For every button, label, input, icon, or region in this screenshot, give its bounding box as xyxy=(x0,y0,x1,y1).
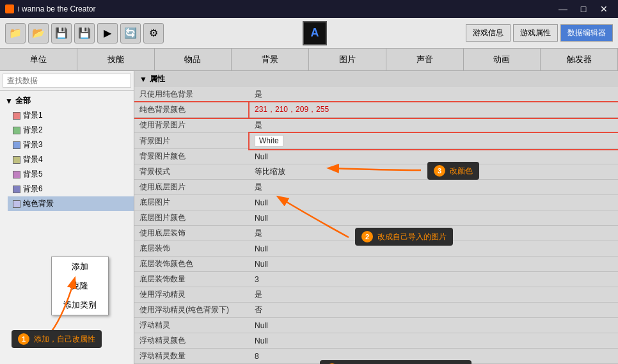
search-box xyxy=(0,71,134,91)
prop-value[interactable]: Null xyxy=(250,333,618,349)
tree-item-bg3[interactable]: 背景3 xyxy=(8,138,134,152)
prop-key: 使用底层图片 xyxy=(134,180,250,195)
table-row[interactable]: 纯色背景颜色231，210，209，255 xyxy=(134,102,618,118)
color-indicator-pure-bg xyxy=(13,200,20,208)
toolbar-save[interactable]: 💾 xyxy=(51,23,72,44)
prop-value[interactable]: 否 xyxy=(250,303,618,318)
prop-key: 使用浮动精灵 xyxy=(134,287,250,303)
prop-value[interactable]: Null xyxy=(250,257,618,272)
tree-item-bg6[interactable]: 背景6 xyxy=(8,182,134,196)
tree-area: ▼ 全部 背景1 背景2 背景3 背景4 xyxy=(0,91,134,364)
maximize-button[interactable]: □ xyxy=(574,3,592,15)
prop-value[interactable]: White xyxy=(250,133,618,149)
table-row[interactable]: 浮动精灵Null xyxy=(134,318,618,333)
color-indicator-bg2 xyxy=(13,127,20,134)
table-row[interactable]: 底层装饰颜色色Null xyxy=(134,257,618,272)
tree-item-bg1[interactable]: 背景1 xyxy=(8,108,134,123)
tab-trigger[interactable]: 触发器 xyxy=(541,49,618,70)
toolbar-open[interactable]: 📂 xyxy=(28,23,49,44)
table-row[interactable]: 底层装饰数量3 xyxy=(134,272,618,287)
toolbar-refresh[interactable]: 🔄 xyxy=(120,23,141,44)
props-panel: ▼ 属性 只使用纯色背景是纯色背景颜色231，210，209，255使用背景图片… xyxy=(134,71,618,364)
close-button[interactable]: ✕ xyxy=(595,3,613,15)
sidebar: ▼ 全部 背景1 背景2 背景3 背景4 xyxy=(0,71,134,364)
tab-item[interactable]: 物品 xyxy=(155,49,232,70)
annotation-circle-2: 2 xyxy=(361,231,373,242)
prop-value[interactable]: Null xyxy=(250,210,618,226)
prop-value[interactable]: Null xyxy=(250,318,618,333)
color-indicator-bg5 xyxy=(13,171,20,178)
search-input[interactable] xyxy=(3,74,131,88)
tree-item-bg2[interactable]: 背景2 xyxy=(8,123,134,138)
prop-key: 底层装饰 xyxy=(134,241,250,257)
titlebar-controls: — □ ✕ xyxy=(554,3,613,15)
annotation-circle-1: 1 xyxy=(18,333,29,345)
tree-item-bg5[interactable]: 背景5 xyxy=(8,167,134,182)
color-indicator-bg3 xyxy=(13,141,20,149)
table-row[interactable]: 背景模式等比缩放 xyxy=(134,164,618,180)
prop-value[interactable]: 231，210，209，255 xyxy=(250,102,618,118)
tree-expand-icon: ▼ xyxy=(5,97,13,106)
tree-label-bg6: 背景6 xyxy=(23,184,43,194)
tree-root[interactable]: ▼ 全部 xyxy=(0,93,134,108)
toolbar-settings[interactable]: ⚙ xyxy=(143,23,164,44)
props-header: ▼ 属性 xyxy=(134,71,618,87)
tree-label-bg2: 背景2 xyxy=(23,125,43,136)
tab-background[interactable]: 背景 xyxy=(232,49,309,70)
table-row[interactable]: 使用浮动精灵是 xyxy=(134,287,618,303)
tab-animation[interactable]: 动画 xyxy=(464,49,541,70)
minimize-button[interactable]: — xyxy=(554,3,572,15)
tree-label-bg4: 背景4 xyxy=(23,154,43,165)
context-add-category[interactable]: 添加类别 xyxy=(52,296,108,315)
prop-value[interactable]: Null xyxy=(250,195,618,210)
tab-skill[interactable]: 技能 xyxy=(77,49,155,70)
table-row[interactable]: 浮动精灵颜色Null xyxy=(134,333,618,349)
prop-value[interactable]: 3 xyxy=(250,272,618,287)
context-add[interactable]: 添加 xyxy=(52,257,108,276)
titlebar-left: i wanna be the Creator xyxy=(5,4,95,13)
table-row[interactable]: 背景图片White xyxy=(134,133,618,149)
props-table: 只使用纯色背景是纯色背景颜色231，210，209，255使用背景图片是背景图片… xyxy=(134,87,618,364)
toolbar-new[interactable]: 📁 xyxy=(5,23,26,44)
context-menu: 添加 克隆 添加类别 xyxy=(51,257,109,315)
prop-key: 使用背景图片 xyxy=(134,118,250,133)
tree-children: 背景1 背景2 背景3 背景4 背景5 xyxy=(0,108,134,211)
table-row[interactable]: 使用底层图片是 xyxy=(134,180,618,195)
white-value-badge: White xyxy=(255,135,283,146)
game-props-button[interactable]: 游戏属性 xyxy=(513,24,558,42)
toolbar-save2[interactable]: 💾 xyxy=(74,23,95,44)
prop-key: 底层图片颜色 xyxy=(134,210,250,226)
color-indicator-bg4 xyxy=(13,156,20,164)
prop-value[interactable]: 是 xyxy=(250,287,618,303)
annotation-circle-3: 3 xyxy=(434,165,445,177)
prop-value[interactable]: 是 xyxy=(250,180,618,195)
titlebar: i wanna be the Creator — □ ✕ xyxy=(0,0,618,18)
main-content: ▼ 全部 背景1 背景2 背景3 背景4 xyxy=(0,71,618,364)
table-row[interactable]: 底层图片颜色Null xyxy=(134,210,618,226)
triangle-icon: ▼ xyxy=(139,75,147,84)
data-editor-button[interactable]: 数据编辑器 xyxy=(560,24,613,42)
table-row[interactable]: 使用背景图片是 xyxy=(134,118,618,133)
toolbar-run[interactable]: ▶ xyxy=(97,23,118,44)
prop-value[interactable]: 是 xyxy=(250,118,618,133)
tab-image[interactable]: 图片 xyxy=(309,49,386,70)
annotation-4: 4 一般用不上那么多，其他的自己研究 xyxy=(320,360,471,364)
tree-label-pure-bg: 纯色背景 xyxy=(23,198,54,209)
table-row[interactable]: 底层图片Null xyxy=(134,195,618,210)
annotation-2: 2 改成自己导入的图片 xyxy=(355,228,453,246)
tree-item-bg4[interactable]: 背景4 xyxy=(8,152,134,167)
table-row[interactable]: 背景图片颜色Null xyxy=(134,149,618,164)
game-info-button[interactable]: 游戏信息 xyxy=(466,24,511,42)
context-clone[interactable]: 克隆 xyxy=(52,276,108,296)
annotation-3: 3 改颜色 xyxy=(427,162,479,180)
table-row[interactable]: 只使用纯色背景是 xyxy=(134,87,618,102)
prop-key: 只使用纯色背景 xyxy=(134,87,250,102)
tab-unit[interactable]: 单位 xyxy=(0,49,77,70)
prop-value[interactable]: 是 xyxy=(250,87,618,102)
tree-root-label: 全部 xyxy=(15,95,31,106)
tree-item-pure-bg[interactable]: 纯色背景 xyxy=(8,196,134,211)
table-row[interactable]: 使用浮动精灵(纯色背景下)否 xyxy=(134,303,618,318)
prop-key: 使用浮动精灵(纯色背景下) xyxy=(134,303,250,318)
tab-sound[interactable]: 声音 xyxy=(386,49,464,70)
tabbar: 单位 技能 物品 背景 图片 声音 动画 触发器 xyxy=(0,49,618,71)
